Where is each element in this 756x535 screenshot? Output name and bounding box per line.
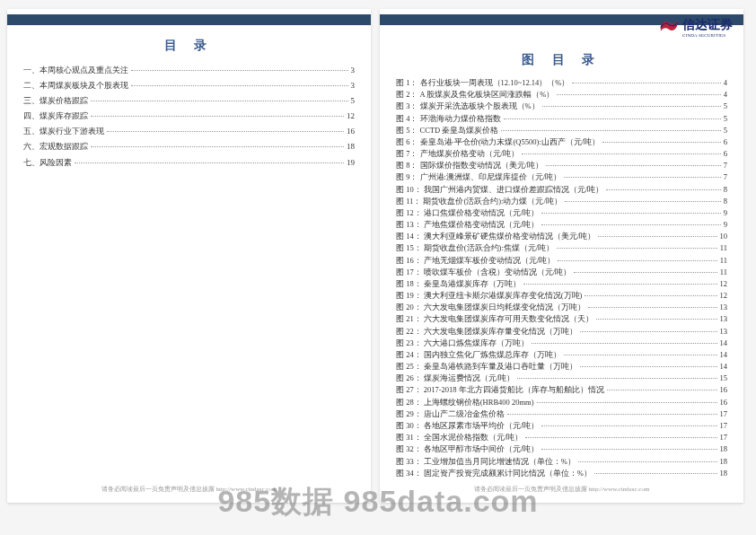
toc-label: 图 31： 全国水泥价格指数（元/吨） (396, 432, 523, 443)
toc-title: 目 录 (23, 38, 355, 54)
toc-page-number: 13 (720, 302, 728, 313)
toc-row: 图 1： 各行业板块一周表现（12.10~12.14）（%）4 (396, 77, 727, 89)
toc-row: 图 13： 产地焦煤价格变动情况（元/吨）9 (396, 219, 727, 231)
toc-page-number: 9 (724, 207, 727, 219)
toc-row: 图 5： CCTD 秦皇岛煤炭价格5 (396, 125, 727, 136)
toc-page-number: 14 (720, 349, 728, 361)
toc-label: 七、风险因素 (23, 155, 72, 171)
toc-row: 图 30： 各地区尿素市场平均价（元/吨）17 (396, 420, 727, 432)
toc-dots (75, 162, 344, 163)
toc-row: 图 20： 六大发电集团煤炭日均耗煤变化情况（万吨）13 (396, 302, 727, 313)
toc-dots (517, 377, 716, 379)
toc-label: 图 30： 各地区尿素市场平均价（元/吨） (396, 420, 539, 432)
toc-page-number: 13 (720, 326, 728, 338)
toc-row: 图 29： 唐山产二级冶金焦价格17 (396, 408, 727, 420)
toc-label: 图 8： 国际煤价指数变动情况（美元/吨） (396, 160, 543, 171)
toc-page-number: 18 (720, 468, 728, 479)
toc-page-number: 8 (724, 196, 727, 207)
toc-dots (542, 105, 721, 107)
header-bar (7, 14, 371, 25)
toc-page-number: 15 (720, 373, 728, 384)
toc-label: 图 28： 上海螺纹钢价格(HRB400 20mm) (396, 397, 534, 408)
toc-label: 图 29： 唐山产二级冶金焦价格 (396, 408, 505, 420)
toc-dots (580, 330, 717, 332)
toc-page-number: 19 (347, 155, 355, 171)
toc-label: 图 2： A 股煤炭及焦化板块区间涨跌幅（%） (396, 89, 554, 101)
toc-dots (91, 100, 348, 101)
toc-dots (596, 318, 717, 320)
toc-row: 图 15： 期货收盘价(活跃合约):焦煤（元/吨）11 (396, 242, 727, 254)
toc-page-number: 10 (720, 231, 728, 242)
toc-row: 图 28： 上海螺纹钢价格(HRB400 20mm)16 (396, 397, 727, 408)
toc-page-number: 8 (724, 184, 727, 196)
toc-dots (598, 235, 716, 237)
toc-dots (91, 145, 344, 147)
toc-page-number: 3 (351, 63, 356, 78)
toc-page-number: 7 (724, 171, 727, 183)
toc-page-number: 14 (720, 338, 728, 349)
toc-page-number: 5 (351, 93, 356, 109)
toc-label: 图 12： 港口焦煤价格变动情况（元/吨） (396, 207, 539, 219)
toc-row: 四、煤炭库存跟踪12 (23, 109, 355, 124)
toc-row: 图 24： 国内独立焦化厂炼焦煤总库存（万吨）14 (396, 349, 727, 361)
toc-label: 图 1： 各行业板块一周表现（12.10~12.14）（%） (396, 77, 569, 89)
brand-sub: CINDA SECURITIES (682, 33, 733, 38)
toc-label: 图 32： 各地区甲醇市场中间价（元/吨） (396, 443, 539, 455)
toc-page-number: 6 (724, 136, 727, 148)
toc-label: 二、本周煤炭板块及个股表现 (23, 78, 128, 93)
toc-row: 图 32： 各地区甲醇市场中间价（元/吨）18 (396, 443, 727, 455)
toc-label: 图 11： 期货收盘价(活跃合约):动力煤（元/吨） (396, 196, 562, 207)
toc-dots (507, 413, 717, 415)
toc-row: 图 6： 秦皇岛港·平仓价(动力末煤(Q5500):山西产（元/吨）6 (396, 136, 727, 148)
toc-dots (607, 389, 717, 390)
toc-row: 图 33： 工业增加值当月同比增速情况（单位：%）18 (396, 456, 727, 468)
toc-label: 图 20： 六大发电集团煤炭日均耗煤变化情况（万吨） (396, 302, 585, 313)
toc-row: 图 25： 秦皇岛港铁路到车量及港口吞吐量（万吨）14 (396, 361, 727, 373)
toc-dots (557, 93, 720, 95)
logo-icon (659, 16, 679, 38)
toc-dots (522, 153, 721, 154)
toc-page-number: 11 (720, 255, 727, 267)
toc-label: 图 9： 广州港:澳洲煤、印尼煤库提价（元/吨） (396, 171, 561, 183)
toc-dots (107, 130, 344, 132)
toc-dots (546, 164, 721, 166)
toc-row: 图 11： 期货收盘价(活跃合约):动力煤（元/吨）8 (396, 196, 727, 207)
document-spread: 目 录 一、本周核心观点及重点关注3二、本周煤炭板块及个股表现3三、煤炭价格跟踪… (0, 0, 756, 512)
toc-page-number: 18 (720, 443, 728, 455)
toc-row: 图 9： 广州港:澳洲煤、印尼煤库提价（元/吨）7 (396, 171, 727, 183)
toc-dots (578, 460, 717, 462)
toc-label: 图 34： 固定资产投资完成额累计同比情况（单位：%） (396, 468, 592, 479)
toc-dots (541, 212, 721, 214)
toc-page-number: 5 (724, 125, 727, 136)
toc-label: 图 17： 喷吹煤车板价（含税）变动情况（元/吨） (396, 267, 571, 278)
toc-label: 图 24： 国内独立焦化厂炼焦煤总库存（万吨） (396, 349, 561, 361)
toc-page-number: 17 (720, 420, 728, 432)
toc-page-number: 4 (724, 89, 727, 101)
toc-dots (574, 271, 717, 273)
page-footer: 请务必阅读最后一页免责声明及信息披露 http://www.cindasc.co… (7, 485, 371, 494)
toc-label: 图 27： 2017-2018 年北方四港货船比（库存与船舶比）情况 (396, 384, 604, 396)
toc-dots (541, 224, 721, 225)
toc-dots (541, 448, 716, 450)
toc-label: 图 19： 澳大利亚纽卡斯尔港煤炭库存变化情况(万吨) (396, 290, 582, 302)
toc-row: 二、本周煤炭板块及个股表现3 (23, 78, 355, 93)
toc-page-number: 12 (720, 278, 728, 290)
toc-page-number: 14 (720, 361, 728, 373)
toc-dots (564, 176, 721, 178)
toc-label: 图 14： 澳大利亚峰景矿硬焦煤价格变动情况（美元/吨） (396, 231, 595, 242)
toc-page-number: 11 (720, 242, 727, 254)
toc-row: 图 4： 环渤海动力煤价格指数5 (396, 113, 727, 125)
toc-row: 图 7： 产地煤炭价格变动（元/吨）6 (396, 148, 727, 160)
toc-dots (606, 189, 721, 190)
toc-label: 图 5： CCTD 秦皇岛煤炭价格 (396, 125, 498, 136)
toc-label: 图 15： 期货收盘价(活跃合约):焦煤（元/吨） (396, 242, 554, 254)
toc-row: 三、煤炭价格跟踪5 (23, 93, 355, 109)
toc-label: 一、本周核心观点及重点关注 (23, 63, 128, 78)
toc-page-number: 17 (720, 432, 728, 443)
toc-dots (594, 472, 717, 474)
toc-page-number: 17 (720, 408, 728, 420)
figure-toc-list: 图 1： 各行业板块一周表现（12.10~12.14）（%）4图 2： A 股煤… (396, 77, 727, 479)
toc-dots (501, 129, 720, 131)
toc-page-number: 16 (720, 397, 728, 408)
toc-row: 图 23： 六大港口炼焦煤库存（万吨）14 (396, 338, 727, 349)
